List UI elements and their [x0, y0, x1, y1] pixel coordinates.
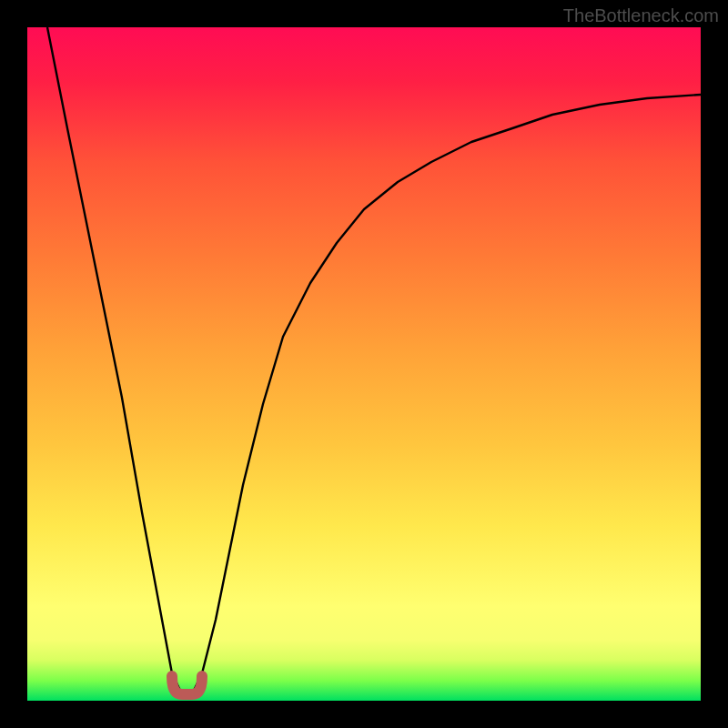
- bottleneck-curve: [47, 27, 701, 694]
- curve-layer: [27, 27, 701, 701]
- optimal-region-marker: [172, 676, 202, 694]
- chart-frame: TheBottleneck.com: [0, 0, 728, 728]
- watermark-text: TheBottleneck.com: [563, 5, 719, 26]
